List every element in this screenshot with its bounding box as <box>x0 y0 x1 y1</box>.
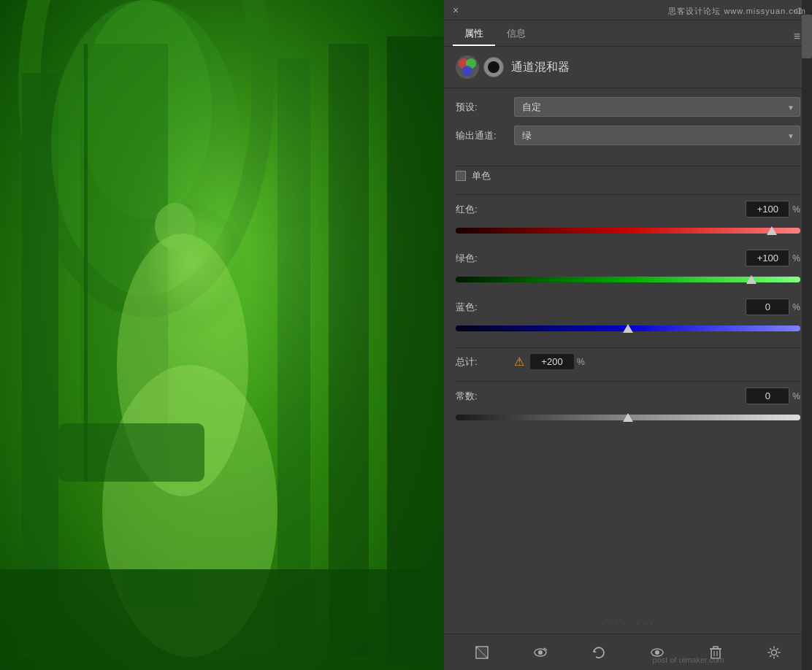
form-section: 预设: 自定 默认 ▼ 输出通道: 红 绿 蓝 <box>444 88 812 163</box>
green-value-input[interactable] <box>746 250 789 266</box>
blue-slider-header: 蓝色: % <box>456 299 800 315</box>
constant-slider-right: % <box>746 388 800 404</box>
watermark: 思客设计论坛 www.missyuan.com <box>668 6 806 17</box>
blue-circle-icon <box>462 66 472 76</box>
preset-label: 预设: <box>456 101 514 114</box>
mono-checkbox[interactable] <box>456 171 466 181</box>
constant-value-input[interactable] <box>746 388 789 404</box>
svg-point-23 <box>538 650 543 655</box>
warning-icon: ⚠ <box>514 355 524 369</box>
grip-dots: · · · · · · · · <box>602 620 654 628</box>
mono-label: 单色 <box>472 169 491 182</box>
channel-mixer-icon <box>456 55 479 79</box>
total-value-input[interactable] <box>530 354 574 369</box>
green-slider-label: 绿色: <box>456 252 478 265</box>
red-slider-track-container <box>456 223 800 238</box>
divider-1 <box>456 166 800 166</box>
blue-value-input[interactable] <box>746 299 789 315</box>
red-percent: % <box>792 204 800 215</box>
title-section: 通道混和器 <box>444 47 812 88</box>
preset-row: 预设: 自定 默认 ▼ <box>456 97 800 117</box>
svg-rect-18 <box>0 0 444 670</box>
red-slider-header: 红色: % <box>456 201 800 217</box>
blue-slider-input[interactable] <box>456 326 800 331</box>
view-previous-button[interactable] <box>529 641 552 664</box>
scrollbar-thumb[interactable] <box>802 15 812 58</box>
tab-info[interactable]: 信息 <box>495 23 537 46</box>
no-layer-button[interactable] <box>470 641 494 664</box>
svg-point-26 <box>655 650 659 655</box>
output-channel-row: 输出通道: 红 绿 蓝 ▼ <box>456 126 800 145</box>
constant-slider-header: 常数: % <box>456 388 800 404</box>
painting-svg <box>0 0 444 670</box>
close-button[interactable]: × <box>450 3 461 18</box>
blue-slider-section: 蓝色: % <box>444 296 812 344</box>
total-label: 总计: <box>456 355 514 369</box>
channel-icon-circles <box>456 55 479 79</box>
panel-title: 通道混和器 <box>511 60 570 75</box>
no-layer-icon <box>474 644 490 661</box>
output-channel-select-wrapper: 红 绿 蓝 ▼ <box>514 126 800 145</box>
preset-select-wrapper: 自定 默认 ▼ <box>514 97 800 117</box>
blue-slider-track-container <box>456 321 800 336</box>
red-slider-right: % <box>746 201 800 217</box>
view-previous-icon <box>532 644 548 661</box>
constant-slider-label: 常数: <box>456 390 478 403</box>
painting <box>0 0 444 670</box>
output-channel-select[interactable]: 红 绿 蓝 <box>514 126 800 145</box>
painting-area <box>0 0 444 670</box>
constant-slider-input[interactable] <box>456 415 800 420</box>
blue-slider-label: 蓝色: <box>456 301 478 314</box>
output-channel-label: 输出通道: <box>456 129 514 142</box>
total-percent: % <box>577 357 585 367</box>
constant-slider-track-container <box>456 410 800 425</box>
green-slider-right: % <box>746 250 800 266</box>
divider-4 <box>456 381 800 382</box>
reset-icon <box>591 644 607 661</box>
blue-percent: % <box>792 302 800 312</box>
green-percent: % <box>792 253 800 263</box>
green-slider-track-container <box>456 272 800 287</box>
preset-select[interactable]: 自定 默认 <box>514 97 800 117</box>
divider-3 <box>456 347 800 348</box>
green-slider-header: 绿色: % <box>456 250 800 266</box>
layer-mask-icon <box>483 57 504 77</box>
constant-slider-section: 常数: % <box>444 385 812 434</box>
mono-row: 单色 <box>444 169 812 182</box>
constant-percent: % <box>792 391 800 401</box>
red-value-input[interactable] <box>746 201 789 217</box>
red-slider-input[interactable] <box>456 228 800 234</box>
settings-icon <box>766 644 782 661</box>
total-row: 总计: ⚠ % <box>444 351 812 378</box>
panel-content: 通道混和器 预设: 自定 默认 ▼ 输出通道: 红 <box>444 47 812 634</box>
red-slider-label: 红色: <box>456 203 478 216</box>
tabs-bar: 属性 信息 ≡ <box>444 20 812 47</box>
bottom-watermark: post of uimaker.com <box>653 655 724 664</box>
green-slider-input[interactable] <box>456 277 800 282</box>
svg-rect-21 <box>478 648 486 657</box>
settings-button[interactable] <box>762 641 786 664</box>
divider-2 <box>456 194 800 195</box>
svg-point-32 <box>772 650 777 655</box>
layer-mask-inner <box>488 61 499 73</box>
svg-rect-29 <box>713 647 718 649</box>
bottom-toolbar <box>444 634 812 670</box>
red-slider-section: 红色: % <box>444 198 812 247</box>
scrollbar-track[interactable] <box>802 0 812 670</box>
tab-properties[interactable]: 属性 <box>453 23 495 46</box>
blue-slider-right: % <box>746 299 800 315</box>
green-slider-section: 绿色: % <box>444 247 812 296</box>
reset-button[interactable] <box>587 641 610 664</box>
right-panel: × ◁▷ 属性 信息 ≡ 通道混和器 <box>444 0 812 670</box>
